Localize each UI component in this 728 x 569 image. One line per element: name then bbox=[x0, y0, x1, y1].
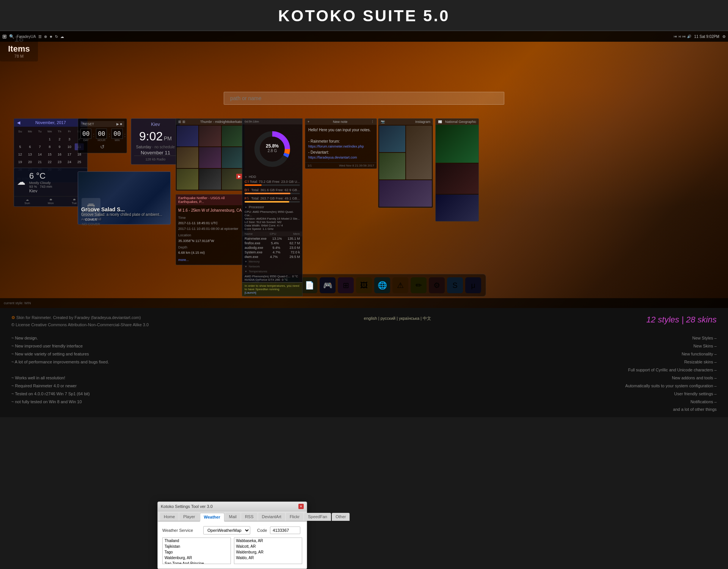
timer-reset-btn[interactable]: ↺ bbox=[80, 143, 124, 151]
search-input[interactable] bbox=[224, 92, 504, 105]
country-tago[interactable]: Tago bbox=[163, 549, 231, 555]
dock-pen[interactable]: ✏ bbox=[411, 277, 427, 293]
calendar-week-1: 1 2 3 4 bbox=[16, 136, 86, 143]
sysmon-cpu-title: Processor bbox=[242, 204, 302, 209]
timer-controls[interactable]: ▶ ■ bbox=[116, 122, 122, 126]
natgeo-img-2 bbox=[436, 163, 479, 194]
lang-english[interactable]: english bbox=[364, 316, 377, 321]
taskbar-icon-4[interactable]: ↻ bbox=[55, 35, 58, 39]
feature-win8: ~ not fully tested on Win 8 and Win 10 bbox=[11, 398, 625, 406]
sysmon-donut-area: 25.8% 2.8 G bbox=[242, 124, 302, 174]
insta-item-1[interactable] bbox=[379, 126, 405, 152]
calendar-week-2: 5 6 7 8 9 10 11 bbox=[16, 143, 86, 150]
insta-item-4[interactable] bbox=[379, 180, 432, 207]
thumbs-widget: ⊞ ⊞ Thumbr - midnighttokerkato ▶ bbox=[176, 118, 245, 191]
thumb-5[interactable] bbox=[199, 147, 221, 168]
dock-warning[interactable]: ⚠ bbox=[392, 277, 408, 293]
notes-link-da[interactable]: https://faradeyua.deviantart.com bbox=[308, 155, 373, 160]
thumb-4[interactable] bbox=[177, 147, 198, 168]
timer-display: 00 DAY : 00 HOUR : 00 MIN : 00 SEC bbox=[80, 129, 124, 141]
sysmon-mem-title[interactable]: Memory bbox=[242, 259, 302, 264]
dock-mu[interactable]: μ bbox=[465, 277, 481, 293]
settings-tab-other[interactable]: Other bbox=[332, 513, 350, 521]
sysmon-hdd-title: HDD bbox=[242, 174, 302, 179]
thumb-1[interactable] bbox=[177, 126, 198, 146]
taskbar-icon-5[interactable]: ☁ bbox=[60, 35, 64, 39]
dock-photo[interactable]: 🖼 bbox=[356, 277, 372, 293]
settings-tab-home[interactable]: Home bbox=[160, 513, 179, 521]
skin-credit: ⚙ Skin for Rainmeter. Created by Faradey… bbox=[11, 314, 149, 321]
dock-grid[interactable]: ⊞ bbox=[338, 277, 354, 293]
quake-mag: M 1.6 - 25km W of Johannesburg, CA bbox=[178, 207, 245, 214]
dock-globe[interactable]: 🌐 bbox=[374, 277, 390, 293]
temp-launch-link[interactable]: [Launch] bbox=[245, 291, 256, 294]
thumb-7[interactable] bbox=[177, 169, 198, 190]
timer-reset-label[interactable]: RESET bbox=[83, 122, 94, 126]
thumb-8[interactable] bbox=[199, 169, 221, 190]
city-waldenburg[interactable]: Waldenburg, AR bbox=[234, 549, 302, 555]
dock-steam[interactable]: 🎮 bbox=[320, 277, 336, 293]
insta-item-2[interactable] bbox=[406, 126, 432, 179]
lang-chinese[interactable]: 中文 bbox=[423, 316, 431, 321]
quake-depth-label: Depth bbox=[178, 245, 245, 250]
taskbar-settings-icon[interactable]: ⚙ bbox=[722, 35, 726, 39]
countries-list[interactable]: Thailand Tajikistan Tago Waldenburg, AR … bbox=[162, 538, 231, 564]
quake-more-link[interactable]: more... bbox=[178, 257, 245, 262]
settings-tab-flickr[interactable]: Flickr bbox=[286, 513, 303, 521]
dock-settings[interactable]: ⚙ bbox=[429, 277, 445, 293]
settings-tab-player[interactable]: Player bbox=[179, 513, 199, 521]
settings-tab-mail[interactable]: Mail bbox=[225, 513, 240, 521]
taskbar-icon-3[interactable]: ★ bbox=[49, 35, 53, 39]
sysmon-temps: AMD Phenom(tm) 9550 Quad-C... 0 °C NVIDI… bbox=[242, 274, 302, 282]
country-waldenburg[interactable]: Waldenburg, AR bbox=[163, 555, 231, 561]
settings-tab-rss[interactable]: RSS bbox=[241, 513, 257, 521]
settings-weather-service-select[interactable]: OpenWeatherMap Weather.com bbox=[203, 526, 250, 534]
lang-ukrainian[interactable]: українська bbox=[399, 316, 419, 321]
settings-tab-speedfan[interactable]: SpeedFan bbox=[304, 513, 331, 521]
weather-temp: 6 °C bbox=[29, 171, 52, 181]
dock-skype[interactable]: S bbox=[447, 277, 463, 293]
sysmon-net-title[interactable]: Network bbox=[242, 264, 302, 269]
cities-list[interactable]: Wabbaseka, AR Walcott, AR Waldenburg, AR… bbox=[234, 538, 303, 564]
below-desktop-row: ⚙ Skin for Rainmeter. Created by Faradey… bbox=[0, 308, 728, 334]
taskbar-search-icon[interactable]: 🔍 bbox=[9, 34, 14, 39]
country-thailand[interactable]: Thailand bbox=[163, 538, 231, 544]
start-button[interactable]: ⊞ bbox=[2, 33, 7, 39]
settings-tab-deviantart[interactable]: DeviantArt bbox=[258, 513, 285, 521]
quake-time: 2017-11-11 18:45:01 UTC bbox=[178, 220, 245, 226]
thumb-2[interactable] bbox=[199, 126, 221, 146]
taskbar-icon-1[interactable]: ☰ bbox=[38, 35, 42, 39]
notes-menu-icon[interactable]: ⋮ bbox=[371, 120, 374, 124]
calendar-prev[interactable]: ◀ bbox=[17, 120, 20, 125]
weather-info-block: 6 °C Mostly Cloudy 93 % 743 mm Kiev bbox=[29, 171, 52, 193]
taskbar-username: FaradeyUA bbox=[17, 35, 36, 39]
insta-item-3[interactable] bbox=[379, 153, 405, 179]
title-bar: KOTOKO SUITE 5.0 bbox=[0, 0, 728, 31]
taskbar-icon-2[interactable]: ⊕ bbox=[44, 35, 47, 39]
thumb-3[interactable] bbox=[222, 126, 243, 146]
recycle-bin-widget[interactable]: COVER NO COVER bbox=[78, 198, 104, 226]
forecast-sun: ☁ Sun bbox=[25, 198, 30, 205]
settings-code-input[interactable] bbox=[270, 527, 300, 534]
notes-text: Hello! Here you can input your notes. bbox=[308, 127, 373, 133]
notes-plus-icon[interactable]: + bbox=[308, 120, 309, 124]
country-tajikistan[interactable]: Tajikistan bbox=[163, 544, 231, 549]
notes-da-label: - Deviantart: bbox=[308, 149, 373, 155]
dock-document[interactable]: 📄 bbox=[301, 277, 317, 293]
notes-link-forum[interactable]: https://forum.rainmeter.net/index.php bbox=[308, 144, 373, 149]
settings-close-btn[interactable]: ✕ bbox=[298, 504, 304, 509]
recycle-label: COVER bbox=[78, 218, 104, 222]
city-waldo[interactable]: Waldo, AR bbox=[234, 555, 302, 561]
thumb-6[interactable] bbox=[222, 147, 243, 168]
clock-city: Kiev bbox=[134, 122, 177, 127]
sysmon-temp-title[interactable]: Temperatures bbox=[242, 269, 302, 274]
country-sao-tome[interactable]: Sao Tome And Principe bbox=[163, 561, 231, 564]
thumb-9[interactable] bbox=[222, 169, 243, 190]
weather-condition: Mostly Cloudy bbox=[29, 181, 52, 185]
settings-body: Weather Service OpenWeatherMap Weather.c… bbox=[158, 522, 307, 569]
quake-header: Earthquake Notifier - USGS All Earthquak… bbox=[176, 195, 247, 205]
city-wabbaseka[interactable]: Wabbaseka, AR bbox=[234, 538, 302, 544]
city-walcott[interactable]: Walcott, AR bbox=[234, 544, 302, 549]
lang-russian[interactable]: русский bbox=[380, 316, 395, 321]
settings-tab-weather[interactable]: Weather bbox=[200, 513, 224, 522]
